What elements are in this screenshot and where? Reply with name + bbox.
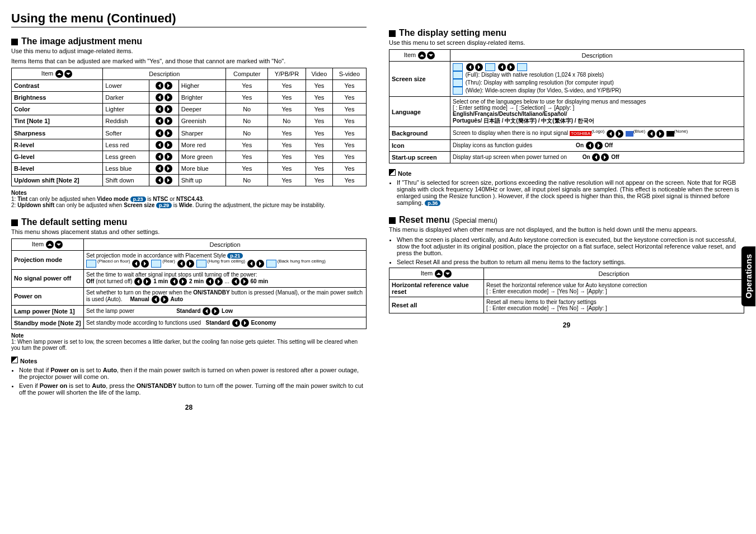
image-adj-notes: Notes 1: Tint can only be adjusted when … [11, 190, 367, 208]
notes-heading: Notes [11, 357, 367, 364]
display-note-heading: Note [389, 169, 744, 177]
table-row: Horizontal reference value resetReset th… [389, 279, 744, 297]
page-ref-pill: p.23 [130, 196, 146, 202]
display-table: Item Description Screen size (Full): Dis… [389, 49, 744, 163]
reset-sub: This menu is displayed when other menus … [389, 226, 744, 233]
display-note-list: If "Thru" is selected for screen size, p… [397, 179, 744, 206]
page: Using the menu (Continued) The image adj… [11, 11, 744, 411]
reset-heading: Reset menu (Special menu) [389, 215, 744, 225]
hdr-video: Video [306, 68, 332, 80]
default-notes-list: Note that if Power on is set to Auto, th… [19, 367, 367, 396]
display-sub: Use this menu to set screen display-rela… [389, 39, 744, 46]
table-row: Tint [Note 1]ReddishGreenishNoNoYesYes [12, 115, 367, 127]
display-heading: The display setting menu [389, 28, 744, 38]
table-row: LanguageSelect one of the languages belo… [389, 97, 744, 127]
table-row: Up/down shift [Note 2]Shift downShift up… [12, 174, 367, 186]
table-header-row: Item Description Computer Y/PB/PR Video … [12, 68, 367, 80]
table-row: Start-up screenDisplay start-up screen w… [389, 151, 744, 163]
image-adj-sub1: Use this menu to adjust image-related it… [11, 48, 367, 54]
hdr-ypbpr: Y/PB/PR [267, 68, 306, 80]
right-column: The display setting menu Use this menu t… [389, 11, 744, 411]
page-title: Using the menu (Continued) [11, 11, 367, 27]
reset-table: Item Description Horizontal reference va… [389, 268, 744, 313]
list-item: Note that if Power on is set to Auto, th… [19, 367, 367, 380]
page-ref-pill: p.36 [425, 200, 440, 206]
image-adj-sub2: Items Items that can be adjusted are mar… [11, 58, 367, 64]
reset-bullets: When the screen is placed vertically, an… [397, 236, 744, 265]
left-icon [156, 82, 163, 90]
table-row: Lamp power [Note 1]Set the lamp power St… [12, 305, 367, 317]
table-row: Projection modeSet projection mode in ac… [12, 251, 367, 270]
default-sub: This menu shows placement status and oth… [11, 228, 367, 235]
table-row: R-levelLess redMore redYesYesYesYes [12, 139, 367, 151]
list-item: Even if Power on is set to Auto, press t… [19, 382, 367, 396]
hdr-item: Item [12, 68, 103, 80]
default-table: Item Description Projection modeSet proj… [11, 238, 367, 329]
table-row: B-levelLess blueMore blueYesYesYesYes [12, 162, 367, 174]
page-ref-pill: p.29 [156, 203, 172, 208]
table-row: IconDisplay icons as function guides On … [389, 139, 744, 151]
table-row: Power onSet whether to turn on the power… [12, 287, 367, 305]
table-row: BrightnessDarkerBrighterYesYesYesYes [12, 92, 367, 104]
table-row: Reset allReset all menu items to their f… [389, 297, 744, 313]
hdr-desc: Description [103, 68, 226, 80]
list-item: Select Reset All and press the button to… [397, 259, 744, 265]
left-column: Using the menu (Continued) The image adj… [11, 11, 367, 411]
page-number-right: 29 [389, 321, 744, 329]
table-row: Screen size (Full): Display with native … [389, 62, 744, 97]
section-tab: Operations [741, 246, 755, 306]
table-row: ColorLighterDeeperNoYesYesYes [12, 104, 367, 115]
table-row: SharpnessSofterSharperNoYesYesYes [12, 127, 367, 139]
table-row: No signal power offSet the time to wait … [12, 269, 367, 287]
default-heading: The default setting menu [11, 217, 367, 227]
right-icon [165, 82, 172, 90]
table-row: ContrastLowerHigherYesYesYesYes [12, 80, 367, 92]
image-adj-heading: The image adjustment menu [11, 36, 367, 46]
table-row: G-levelLess greenMore greenYesYesYesYes [12, 151, 367, 162]
default-note: Note 1: When lamp power is set to low, t… [11, 332, 367, 351]
hdr-svideo: S-video [332, 68, 366, 80]
list-item: When the screen is placed vertically, an… [397, 236, 744, 256]
down-icon [64, 70, 72, 78]
table-row: Standby mode [Note 2]Set standby mode ac… [12, 317, 367, 329]
image-adj-table: Item Description Computer Y/PB/PR Video … [11, 68, 367, 186]
page-number-left: 28 [11, 404, 367, 411]
hdr-computer: Computer [226, 68, 267, 80]
table-row: BackgroundScreen to display when there i… [389, 127, 744, 140]
list-item: If "Thru" is selected for screen size, p… [397, 179, 744, 206]
up-icon [55, 70, 63, 78]
